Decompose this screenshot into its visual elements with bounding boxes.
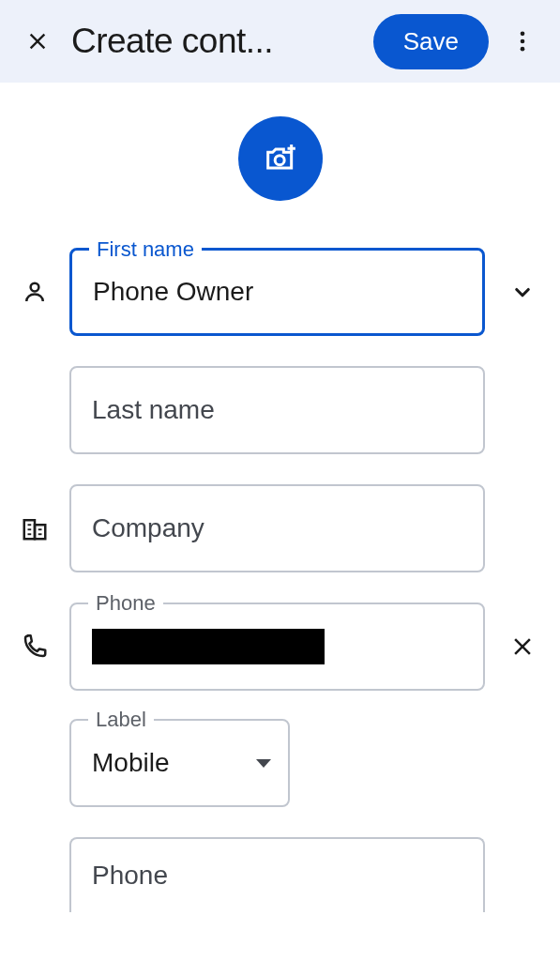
phone-icon-slot (19, 633, 51, 661)
company-icon (21, 514, 49, 542)
add-photo-icon (262, 140, 299, 177)
save-button[interactable]: Save (373, 14, 489, 69)
company-row (19, 484, 541, 572)
app-header: Create cont... Save (0, 0, 560, 83)
more-button[interactable] (500, 19, 545, 64)
phone-type-value: Mobile (92, 748, 169, 778)
first-name-input[interactable] (93, 277, 462, 307)
phone-input-2[interactable] (92, 861, 462, 891)
last-name-row (19, 366, 541, 454)
add-photo-button[interactable] (238, 116, 323, 201)
phone-row-2 (19, 837, 541, 912)
close-icon (24, 28, 51, 54)
more-vert-icon (509, 28, 536, 54)
chevron-down-icon (508, 278, 537, 306)
phone-field-1[interactable]: Phone (69, 603, 485, 691)
first-name-field[interactable]: First name (69, 248, 485, 336)
expand-name-button[interactable] (504, 278, 541, 306)
page-title: Create cont... (71, 22, 362, 61)
svg-point-1 (521, 39, 525, 44)
person-icon (21, 278, 49, 306)
phone-field-2[interactable] (69, 837, 485, 912)
remove-phone-button[interactable] (504, 633, 541, 661)
phone-label-row: Label Mobile (19, 719, 541, 807)
svg-point-2 (521, 47, 525, 52)
phone-label-1: Phone (88, 591, 163, 616)
phone-row: Phone (19, 603, 541, 691)
svg-point-3 (275, 156, 284, 165)
svg-rect-6 (35, 525, 45, 539)
last-name-input[interactable] (92, 395, 462, 425)
person-icon-slot (19, 278, 51, 306)
company-input[interactable] (92, 513, 462, 543)
company-icon-slot (19, 514, 51, 542)
close-icon (508, 633, 537, 661)
close-button[interactable] (15, 19, 60, 64)
first-name-label: First name (89, 237, 202, 262)
phone-icon (21, 633, 49, 661)
svg-point-4 (31, 283, 39, 292)
avatar-section (0, 83, 560, 248)
phone-value-redacted (92, 629, 325, 664)
company-field[interactable] (69, 484, 485, 572)
phone-type-select[interactable]: Label Mobile (69, 719, 290, 807)
phone-type-label: Label (88, 708, 154, 732)
first-name-row: First name (19, 248, 541, 336)
svg-point-0 (521, 32, 525, 37)
contact-form: First name (0, 248, 560, 912)
last-name-field[interactable] (69, 366, 485, 454)
caret-down-icon (256, 759, 271, 768)
